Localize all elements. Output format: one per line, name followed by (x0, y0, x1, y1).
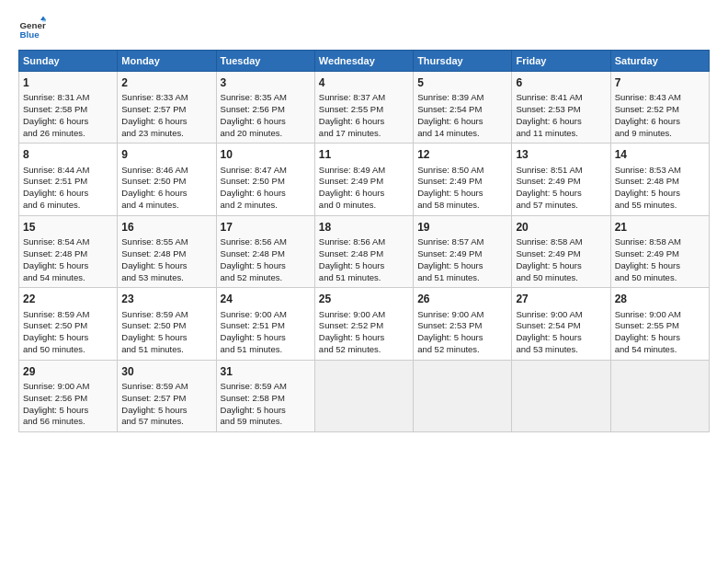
day-info-line: Sunrise: 8:59 AM (221, 381, 311, 393)
calendar-table: SundayMondayTuesdayWednesdayThursdayFrid… (18, 50, 710, 432)
day-info-line: Sunrise: 8:39 AM (417, 92, 507, 104)
day-info-line: Sunrise: 8:50 AM (417, 165, 507, 177)
day-info-line: Sunrise: 9:00 AM (221, 309, 311, 321)
calendar-cell: 8Sunrise: 8:44 AMSunset: 2:51 PMDaylight… (19, 144, 118, 215)
day-number: 1 (23, 75, 113, 90)
weekday-header: Monday (118, 51, 216, 72)
calendar-week-row: 1Sunrise: 8:31 AMSunset: 2:58 PMDaylight… (19, 72, 710, 144)
day-number: 23 (121, 292, 211, 306)
day-info-line: Sunrise: 8:55 AM (121, 236, 211, 248)
calendar-cell: 1Sunrise: 8:31 AMSunset: 2:58 PMDaylight… (19, 72, 118, 144)
day-info-line: Daylight: 6 hours (23, 116, 113, 128)
calendar-cell: 11Sunrise: 8:49 AMSunset: 2:49 PMDayligh… (314, 144, 413, 215)
day-info-line: Sunset: 2:49 PM (516, 248, 606, 260)
day-info-line: Sunset: 2:49 PM (417, 248, 507, 260)
day-info-line: and 51 minutes. (319, 272, 409, 284)
day-info-line: and 26 minutes. (23, 128, 113, 140)
day-info-line: and 54 minutes. (23, 272, 113, 284)
day-info-line: Daylight: 5 hours (516, 332, 606, 344)
day-number: 29 (23, 364, 113, 379)
calendar-cell: 14Sunrise: 8:53 AMSunset: 2:48 PMDayligh… (610, 144, 709, 215)
day-info-line: and 52 minutes. (221, 272, 311, 284)
day-info-line: Daylight: 5 hours (615, 188, 705, 200)
day-info-line: Daylight: 6 hours (23, 188, 113, 200)
day-number: 31 (221, 364, 311, 379)
calendar-cell: 20Sunrise: 8:58 AMSunset: 2:49 PMDayligh… (512, 215, 610, 287)
day-info-line: Daylight: 5 hours (417, 332, 507, 344)
day-number: 2 (121, 75, 211, 90)
day-info-line: and 51 minutes. (221, 344, 311, 356)
day-info-line: Daylight: 6 hours (121, 116, 211, 128)
day-info-line: Sunrise: 8:44 AM (23, 165, 113, 177)
calendar-cell: 22Sunrise: 8:59 AMSunset: 2:50 PMDayligh… (19, 288, 118, 360)
calendar-week-row: 15Sunrise: 8:54 AMSunset: 2:48 PMDayligh… (19, 215, 710, 287)
day-info-line: Sunrise: 8:49 AM (319, 165, 409, 177)
day-info-line: Sunset: 2:58 PM (221, 393, 311, 405)
day-number: 24 (221, 292, 311, 306)
day-info-line: Sunrise: 8:51 AM (516, 165, 606, 177)
day-info-line: and 53 minutes. (516, 344, 606, 356)
day-info-line: and 4 minutes. (121, 200, 211, 212)
day-info-line: Sunset: 2:55 PM (615, 320, 705, 332)
calendar-week-row: 29Sunrise: 9:00 AMSunset: 2:56 PMDayligh… (19, 360, 710, 431)
day-info-line: Sunrise: 8:59 AM (23, 309, 113, 321)
calendar-cell: 2Sunrise: 8:33 AMSunset: 2:57 PMDaylight… (118, 72, 216, 144)
calendar-cell: 12Sunrise: 8:50 AMSunset: 2:49 PMDayligh… (414, 144, 512, 215)
day-number: 12 (417, 147, 507, 162)
calendar-cell: 19Sunrise: 8:57 AMSunset: 2:49 PMDayligh… (414, 215, 512, 287)
calendar-header: SundayMondayTuesdayWednesdayThursdayFrid… (19, 51, 710, 72)
calendar-cell: 27Sunrise: 9:00 AMSunset: 2:54 PMDayligh… (512, 288, 610, 360)
day-info-line: Sunrise: 8:46 AM (121, 165, 211, 177)
day-info-line: Daylight: 5 hours (319, 260, 409, 272)
day-info-line: Daylight: 5 hours (417, 260, 507, 272)
day-info-line: and 55 minutes. (615, 200, 705, 212)
calendar-cell: 16Sunrise: 8:55 AMSunset: 2:48 PMDayligh… (118, 215, 216, 287)
day-info-line: Sunrise: 9:00 AM (615, 309, 705, 321)
day-info-line: Sunset: 2:50 PM (121, 176, 211, 188)
day-info-line: Sunrise: 8:37 AM (319, 92, 409, 104)
day-info-line: Sunset: 2:48 PM (319, 248, 409, 260)
day-info-line: and 11 minutes. (516, 128, 606, 140)
calendar-cell: 7Sunrise: 8:43 AMSunset: 2:52 PMDaylight… (610, 72, 709, 144)
day-info-line: Sunset: 2:56 PM (23, 393, 113, 405)
day-info-line: Sunrise: 8:59 AM (121, 309, 211, 321)
day-info-line: Sunset: 2:51 PM (221, 320, 311, 332)
calendar-cell (512, 360, 610, 431)
day-number: 20 (516, 220, 606, 235)
day-info-line: Daylight: 6 hours (121, 188, 211, 200)
day-info-line: and 51 minutes. (417, 272, 507, 284)
day-info-line: Sunrise: 8:58 AM (516, 236, 606, 248)
day-info-line: Sunset: 2:49 PM (319, 176, 409, 188)
calendar-cell (414, 360, 512, 431)
day-info-line: Sunrise: 9:00 AM (516, 309, 606, 321)
day-info-line: and 6 minutes. (23, 200, 113, 212)
day-info-line: Daylight: 6 hours (221, 188, 311, 200)
day-number: 22 (23, 292, 113, 306)
day-info-line: Sunset: 2:54 PM (516, 320, 606, 332)
day-info-line: Sunset: 2:57 PM (121, 104, 211, 116)
day-number: 9 (121, 147, 211, 162)
day-info-line: Daylight: 5 hours (23, 332, 113, 344)
calendar-cell: 23Sunrise: 8:59 AMSunset: 2:50 PMDayligh… (118, 288, 216, 360)
day-info-line: Daylight: 5 hours (516, 188, 606, 200)
calendar-week-row: 22Sunrise: 8:59 AMSunset: 2:50 PMDayligh… (19, 288, 710, 360)
calendar-cell: 6Sunrise: 8:41 AMSunset: 2:53 PMDaylight… (512, 72, 610, 144)
day-info-line: Sunrise: 8:33 AM (121, 92, 211, 104)
weekday-header: Tuesday (216, 51, 314, 72)
day-info-line: Daylight: 6 hours (615, 116, 705, 128)
day-info-line: Sunrise: 8:53 AM (615, 165, 705, 177)
day-info-line: and 56 minutes. (23, 416, 113, 428)
day-number: 17 (221, 220, 311, 235)
day-info-line: Sunset: 2:57 PM (121, 393, 211, 405)
calendar-cell: 29Sunrise: 9:00 AMSunset: 2:56 PMDayligh… (19, 360, 118, 431)
day-info-line: Sunrise: 8:56 AM (221, 236, 311, 248)
day-info-line: and 17 minutes. (319, 128, 409, 140)
calendar-week-row: 8Sunrise: 8:44 AMSunset: 2:51 PMDaylight… (19, 144, 710, 215)
day-info-line: Daylight: 5 hours (221, 260, 311, 272)
day-info-line: Daylight: 5 hours (615, 332, 705, 344)
day-info-line: and 23 minutes. (121, 128, 211, 140)
calendar-cell: 10Sunrise: 8:47 AMSunset: 2:50 PMDayligh… (216, 144, 314, 215)
day-info-line: Sunrise: 8:58 AM (615, 236, 705, 248)
day-info-line: Daylight: 5 hours (121, 260, 211, 272)
day-info-line: Sunset: 2:52 PM (615, 104, 705, 116)
